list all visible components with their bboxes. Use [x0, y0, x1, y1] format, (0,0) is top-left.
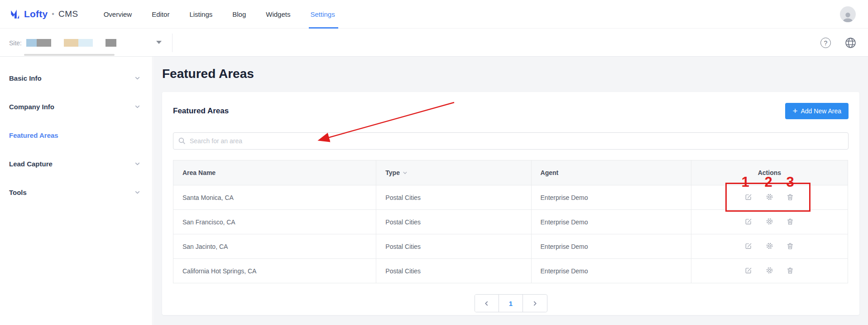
table-row: San Jacinto, CA Postal Cities Enterprise… [173, 234, 848, 259]
type-cell: Postal Cities [376, 234, 531, 259]
brand-name: Lofty [24, 9, 48, 19]
plus-icon: + [792, 107, 797, 115]
chevron-down-icon [134, 104, 140, 110]
top-navbar: Lofty • CMS Overview Editor Listings Blo… [0, 0, 868, 29]
type-cell: Postal Cities [376, 210, 531, 234]
search-icon [178, 137, 186, 145]
trash-icon[interactable] [786, 193, 795, 202]
edit-icon[interactable] [744, 193, 753, 202]
chevron-right-icon [532, 301, 538, 306]
agent-cell: Enterprise Demo [531, 185, 691, 210]
nav-item-overview[interactable]: Overview [104, 0, 132, 29]
globe-icon [845, 37, 856, 49]
lofty-logo-icon [9, 8, 21, 20]
area-name-cell: Santa Monica, CA [173, 185, 376, 210]
area-name-cell: San Jacinto, CA [173, 234, 376, 259]
question-circle-icon: ? [820, 38, 831, 48]
edit-icon[interactable] [744, 217, 753, 226]
settings-sidebar: Basic Info Company Info Featured Areas L… [0, 57, 153, 325]
site-name-redacted [26, 39, 116, 47]
gear-icon[interactable] [765, 266, 774, 275]
column-header-agent: Agent [531, 160, 691, 185]
chevron-left-icon [484, 301, 489, 306]
user-avatar[interactable] [840, 6, 856, 22]
pagination: 1 [475, 294, 547, 312]
featured-areas-panel: Featured Areas + Add New Area Area Name [162, 92, 859, 315]
table-row: Santa Monica, CA Postal Cities Enterpris… [173, 185, 848, 210]
site-selector[interactable]: Site: [9, 29, 116, 57]
nav-item-editor[interactable]: Editor [152, 0, 169, 29]
trash-icon[interactable] [786, 266, 795, 275]
divider [172, 34, 173, 52]
sidebar-item-featured-areas[interactable]: Featured Areas [0, 121, 152, 150]
nav-item-settings[interactable]: Settings [310, 0, 335, 29]
help-button[interactable]: ? [820, 37, 831, 49]
column-header-area-name: Area Name [173, 160, 376, 185]
site-label: Site: [9, 39, 22, 47]
sidebar-item-company-info[interactable]: Company Info [0, 92, 152, 121]
agent-cell: Enterprise Demo [531, 259, 691, 283]
page-number-button[interactable]: 1 [499, 295, 523, 312]
column-header-type[interactable]: Type [376, 160, 531, 185]
edit-icon[interactable] [744, 266, 753, 275]
panel-title: Featured Areas [173, 107, 229, 116]
trash-icon[interactable] [786, 217, 795, 226]
add-new-area-button[interactable]: + Add New Area [785, 103, 849, 119]
language-button[interactable] [845, 37, 856, 49]
type-cell: Postal Cities [376, 259, 531, 283]
next-page-button[interactable] [523, 295, 547, 312]
site-bar: Site: ? [0, 29, 868, 57]
app-window: Lofty • CMS Overview Editor Listings Blo… [0, 0, 868, 325]
sidebar-item-basic-info[interactable]: Basic Info [0, 64, 152, 92]
chevron-down-icon [134, 75, 140, 81]
table-header-row: Area Name Type Agent Actions [173, 160, 848, 185]
brand-separator: • [52, 10, 54, 18]
table-row: San Francisco, CA Postal Cities Enterpri… [173, 210, 848, 234]
site-caret-down-icon[interactable] [156, 41, 162, 44]
gear-icon[interactable] [765, 193, 774, 202]
main-nav: Overview Editor Listings Blog Widgets Se… [104, 0, 335, 29]
nav-item-widgets[interactable]: Widgets [266, 0, 290, 29]
column-header-actions: Actions [691, 160, 848, 185]
previous-page-button[interactable] [475, 295, 499, 312]
featured-areas-table: Area Name Type Agent Actions Santa [173, 160, 848, 283]
brand-product: CMS [58, 9, 78, 19]
gear-icon[interactable] [765, 217, 774, 226]
trash-icon[interactable] [786, 242, 795, 251]
agent-cell: Enterprise Demo [531, 210, 691, 234]
area-name-cell: San Francisco, CA [173, 210, 376, 234]
gear-icon[interactable] [765, 242, 774, 251]
agent-cell: Enterprise Demo [531, 234, 691, 259]
type-cell: Postal Cities [376, 185, 531, 210]
nav-item-listings[interactable]: Listings [189, 0, 212, 29]
site-select-underline [24, 54, 115, 56]
caret-down-icon [403, 170, 408, 175]
nav-item-blog[interactable]: Blog [232, 0, 246, 29]
user-silhouette-icon [842, 11, 854, 22]
sidebar-item-lead-capture[interactable]: Lead Capture [0, 150, 152, 178]
area-name-cell: California Hot Springs, CA [173, 259, 376, 283]
search-area-input[interactable] [173, 132, 849, 150]
page-title: Featured Areas [162, 67, 868, 81]
brand-logo[interactable]: Lofty • CMS [9, 8, 78, 20]
table-row: California Hot Springs, CA Postal Cities… [173, 259, 848, 283]
chevron-down-icon [134, 189, 140, 195]
main-content: Featured Areas Featured Areas + Add New … [153, 57, 868, 325]
sidebar-item-tools[interactable]: Tools [0, 178, 152, 207]
edit-icon[interactable] [744, 242, 753, 251]
chevron-down-icon [134, 161, 140, 167]
